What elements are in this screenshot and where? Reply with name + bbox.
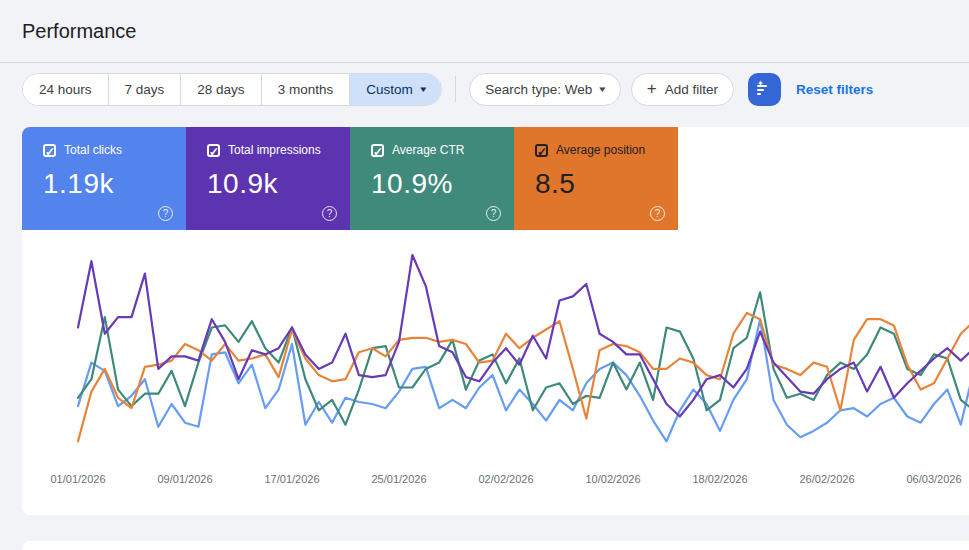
x-tick-label: 09/01/2026 bbox=[140, 473, 230, 485]
help-icon[interactable]: ? bbox=[322, 206, 337, 221]
x-tick-label: 25/01/2026 bbox=[354, 473, 444, 485]
performance-line-chart[interactable] bbox=[22, 230, 969, 480]
header-divider bbox=[0, 62, 969, 63]
x-tick-label: 18/02/2026 bbox=[675, 473, 765, 485]
metric-label: Average CTR bbox=[392, 143, 464, 157]
metric-label: Total clicks bbox=[64, 143, 122, 157]
date-filter-28-days[interactable]: 28 days bbox=[180, 74, 260, 105]
x-tick-label: 26/02/2026 bbox=[782, 473, 872, 485]
x-tick-label: 10/02/2026 bbox=[568, 473, 658, 485]
date-filter-24-hours[interactable]: 24 hours bbox=[23, 74, 108, 105]
toolbar-divider bbox=[455, 76, 456, 102]
help-icon[interactable]: ? bbox=[650, 206, 665, 221]
series-line-total-clicks bbox=[78, 319, 969, 441]
metric-tile-total-clicks[interactable]: ✓ Total clicks 1.19k ? bbox=[22, 127, 186, 230]
date-filter-custom-label: Custom bbox=[366, 82, 413, 97]
metric-value: 1.19k bbox=[43, 168, 186, 200]
reset-filters-link[interactable]: Reset filters bbox=[796, 82, 873, 97]
metric-tile-average-position[interactable]: ✓ Average position 8.5 ? bbox=[514, 127, 678, 230]
help-icon[interactable]: ? bbox=[486, 206, 501, 221]
checkbox-checked-icon[interactable]: ✓ bbox=[207, 144, 220, 157]
metric-tiles: ✓ Total clicks 1.19k ? ✓ Total impressio… bbox=[22, 127, 969, 230]
x-tick-label: 01/01/2026 bbox=[33, 473, 123, 485]
metric-label: Total impressions bbox=[228, 143, 321, 157]
checkbox-checked-icon[interactable]: ✓ bbox=[535, 144, 548, 157]
x-tick-label: 02/02/2026 bbox=[461, 473, 551, 485]
date-filter-3-months[interactable]: 3 months bbox=[261, 74, 350, 105]
date-filter-custom[interactable]: Custom ▾ bbox=[349, 74, 441, 105]
metric-label: Average position bbox=[556, 143, 645, 157]
next-section-card bbox=[22, 541, 969, 550]
search-type-label: Search type: Web bbox=[485, 82, 592, 97]
chevron-down-icon: ▾ bbox=[599, 84, 605, 94]
metric-value: 10.9k bbox=[207, 168, 350, 200]
metric-tile-total-impressions[interactable]: ✓ Total impressions 10.9k ? bbox=[186, 127, 350, 230]
plus-icon: + bbox=[647, 79, 657, 99]
date-range-group: 24 hours 7 days 28 days 3 months Custom … bbox=[22, 73, 442, 106]
metric-value: 8.5 bbox=[535, 168, 678, 200]
chevron-down-icon: ▾ bbox=[420, 84, 426, 94]
x-tick-label: 17/01/2026 bbox=[247, 473, 337, 485]
metric-value: 10.9% bbox=[371, 168, 514, 200]
filter-toolbar: 24 hours 7 days 28 days 3 months Custom … bbox=[22, 72, 873, 106]
x-axis-labels: 01/01/202609/01/202617/01/202625/01/2026… bbox=[22, 473, 969, 493]
performance-chart-card: ✓ Total clicks 1.19k ? ✓ Total impressio… bbox=[22, 127, 969, 515]
date-filter-7-days[interactable]: 7 days bbox=[108, 74, 181, 105]
help-icon[interactable]: ? bbox=[158, 206, 173, 221]
filter-sparkle-icon: ✦ bbox=[757, 83, 772, 96]
add-filter-button[interactable]: + Add filter bbox=[631, 73, 734, 106]
checkbox-checked-icon[interactable]: ✓ bbox=[371, 144, 384, 157]
search-type-dropdown[interactable]: Search type: Web ▾ bbox=[469, 73, 621, 106]
add-filter-label: Add filter bbox=[665, 82, 718, 97]
page-title: Performance bbox=[22, 20, 137, 43]
checkbox-checked-icon[interactable]: ✓ bbox=[43, 144, 56, 157]
x-tick-label: 06/03/2026 bbox=[889, 473, 969, 485]
smart-filter-button[interactable]: ✦ bbox=[748, 73, 781, 106]
metric-tile-average-ctr[interactable]: ✓ Average CTR 10.9% ? bbox=[350, 127, 514, 230]
